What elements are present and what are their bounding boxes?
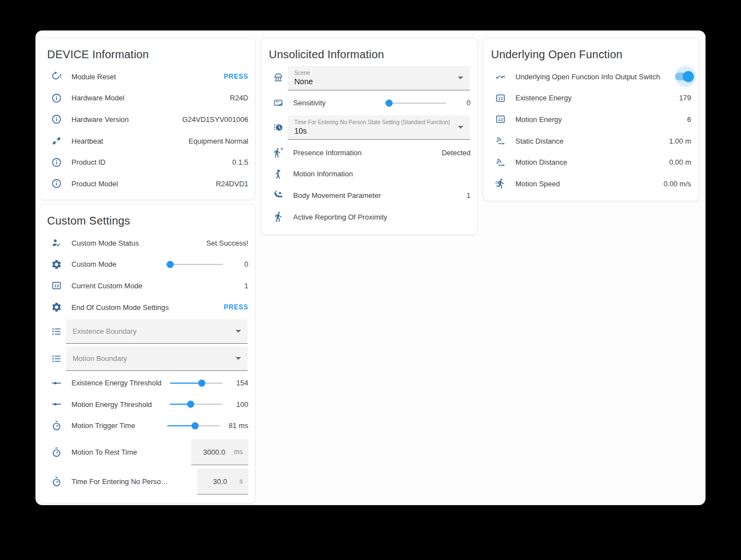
motion-person-icon (273, 169, 284, 180)
row-product-id: Product ID 0.1.5 (39, 151, 255, 173)
presence-sensor-icon (273, 147, 284, 158)
row-value: 0.1.5 (232, 158, 248, 166)
row-label: Presence Information (293, 149, 442, 157)
scene-select[interactable]: Scene None (288, 66, 470, 90)
module-reset-press-button[interactable]: PRESS (224, 73, 248, 80)
row-label: End Of Custom Mode Settings (71, 303, 224, 312)
row-motion-boundary: Motion Boundary (39, 347, 255, 371)
status-value: Set Success! (206, 239, 248, 247)
slider-thumb[interactable] (191, 422, 198, 429)
existence-boundary-select[interactable]: Existence Boundary (66, 319, 248, 344)
proximity-walk-icon (273, 211, 284, 222)
row-label: Current Custom Mode (71, 282, 244, 290)
unsolicited-information-card: Unsolicited Information Scene None Sensi… (260, 38, 478, 235)
input-unit: ms (234, 448, 243, 456)
row-value: G24VD1SYV001006 (182, 115, 248, 124)
no-person-state-select[interactable]: Time For Entering No Person State Settin… (288, 115, 470, 140)
card-title-underlying: Underlying Open Function (491, 48, 691, 61)
motion-energy-threshold-slider[interactable] (170, 404, 223, 405)
row-no-person-state: Time For Entering No Person State Settin… (261, 115, 477, 140)
slider-thumb[interactable] (187, 401, 195, 408)
slider-fill (170, 383, 202, 384)
row-product-model: Product Model R24DVD1 (39, 173, 255, 195)
slider-value: 0 (232, 260, 248, 268)
row-label: Motion Speed (515, 180, 663, 188)
row-custom-mode: Custom Mode 0 (39, 254, 255, 276)
row-value: 6 (687, 115, 691, 124)
custom-mode-slider[interactable] (170, 264, 223, 265)
row-scene: Scene None (261, 66, 477, 90)
timer-icon (51, 420, 62, 431)
row-label: Product ID (71, 158, 232, 166)
info-icon (51, 93, 62, 104)
slider-fill (167, 425, 195, 426)
select-label: Scene (294, 70, 453, 76)
row-value: R24DVD1 (216, 180, 248, 188)
person-check-icon (51, 237, 62, 248)
info-icon (51, 114, 62, 125)
info-output-toggle-switch[interactable] (671, 65, 694, 88)
row-existence-energy-threshold: Existence Energy Threshold 154 (39, 372, 255, 394)
row-label: Active Reporting Of Proximity (293, 213, 471, 221)
list-icon (51, 326, 62, 337)
chevron-down-icon (458, 126, 463, 129)
slider-icon (51, 378, 62, 389)
row-label: Custom Mode (71, 260, 170, 268)
no-person-time-input[interactable]: 30.0 s (197, 469, 248, 495)
input-value: 30.0 (203, 477, 237, 486)
slider-value: 100 (232, 400, 248, 409)
slider-thumb[interactable] (198, 379, 206, 386)
row-presence-information: Presence Information Detected (261, 142, 477, 164)
motion-trigger-time-slider[interactable] (167, 425, 220, 426)
row-value: 179 (679, 94, 691, 102)
clock-history-icon (273, 122, 284, 133)
row-body-movement: Body Movement Parameter 1 (261, 185, 477, 206)
switches-icon (495, 71, 506, 82)
info-icon (51, 178, 62, 189)
row-label: Heartbeat (71, 137, 188, 145)
chevron-down-icon (236, 357, 241, 360)
slider-thumb[interactable] (386, 99, 393, 106)
sensitivity-slider[interactable] (389, 103, 446, 104)
sensitivity-check-icon (273, 98, 284, 109)
row-label: Existence Energy (515, 94, 679, 102)
body-movement-icon (273, 190, 284, 201)
numbers-icon (495, 114, 506, 125)
select-label: Motion Boundary (73, 354, 231, 363)
museum-icon (273, 73, 284, 84)
row-motion-energy-threshold: Motion Energy Threshold 100 (39, 394, 255, 415)
row-hardware-version: Hardware Version G24VD1SYV001006 (39, 109, 255, 130)
row-sensitivity: Sensitivity 0 (261, 90, 477, 115)
row-label: Motion Distance (515, 158, 669, 166)
card-title-device: DEVICE Information (47, 48, 247, 61)
motion-to-rest-time-input[interactable]: 3000.0 ms (191, 439, 248, 465)
row-module-reset: Module Reset PRESS (39, 66, 255, 88)
row-motion-information: Motion Information (261, 164, 477, 185)
gear-icon (51, 259, 62, 270)
row-value: 1 (244, 282, 248, 290)
row-motion-speed: Motion Speed 0.00 m/s (483, 173, 699, 195)
slider-thumb[interactable] (167, 261, 174, 268)
slider-value: 0 (454, 99, 471, 107)
row-label: Body Movement Parameter (293, 191, 467, 200)
existence-energy-threshold-slider[interactable] (170, 383, 223, 384)
card-title-custom: Custom Settings (47, 215, 247, 227)
row-motion-to-rest-time: Motion To Rest Time 3000.0 ms (39, 437, 255, 467)
end-custom-mode-press-button[interactable]: PRESS (224, 303, 248, 311)
chevron-down-icon (236, 330, 241, 333)
row-label: Module Reset (71, 73, 224, 81)
row-info-output-switch: Underlying Open Function Info Output Swi… (483, 66, 699, 88)
slider-icon (51, 399, 62, 410)
motion-boundary-select[interactable]: Motion Boundary (66, 347, 248, 371)
row-label: Motion Energy (515, 115, 687, 124)
row-motion-trigger-time: Motion Trigger Time 81 ms (39, 415, 255, 437)
numbers-icon (51, 280, 62, 291)
run-speed-icon (495, 178, 506, 189)
row-label: Custom Mode Status (71, 239, 206, 247)
row-value: 1.00 m (669, 137, 691, 145)
row-value: Equipment Normal (188, 137, 248, 145)
card-title-unsolicited: Unsolicited Information (269, 48, 469, 61)
custom-settings-card: Custom Settings Custom Mode Status Set S… (39, 204, 255, 503)
row-existence-boundary: Existence Boundary (39, 319, 255, 344)
plug-icon (51, 135, 62, 146)
